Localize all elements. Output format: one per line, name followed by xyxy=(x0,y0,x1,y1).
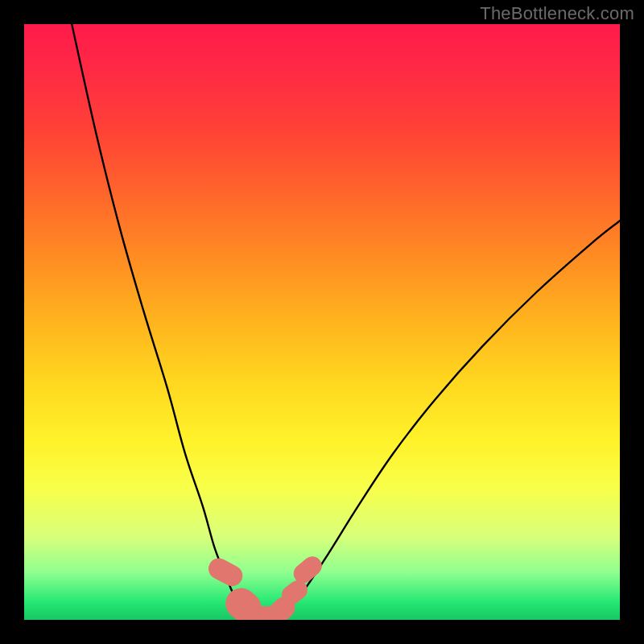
chart-overlay-svg xyxy=(24,24,620,620)
series-right-branch xyxy=(275,221,620,618)
series-left-branch xyxy=(72,24,250,619)
marker-left-cluster-upper xyxy=(204,555,246,590)
watermark-text: TheBottleneck.com xyxy=(480,3,634,24)
plot-area xyxy=(24,24,620,620)
chart-frame: TheBottleneck.com xyxy=(0,0,644,644)
curve-group xyxy=(72,24,620,620)
